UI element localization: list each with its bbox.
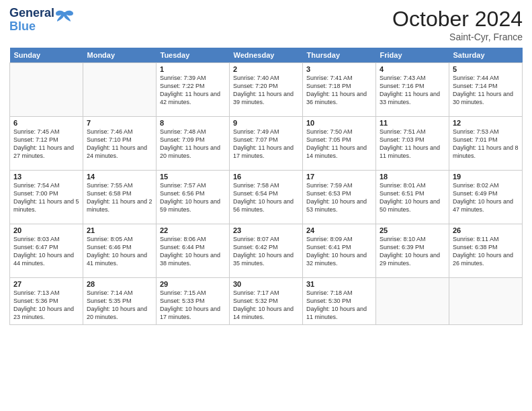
day-info: Sunrise: 8:01 AM Sunset: 6:51 PM Dayligh… (380, 181, 445, 214)
day-info: Sunrise: 7:18 AM Sunset: 5:30 PM Dayligh… (306, 289, 372, 322)
day-number: 2 (233, 65, 299, 73)
day-info: Sunrise: 7:45 AM Sunset: 7:12 PM Dayligh… (13, 128, 79, 161)
logo-bird-icon (56, 9, 75, 24)
day-number: 29 (160, 280, 226, 288)
day-number: 18 (380, 173, 445, 181)
calendar-cell: 23Sunrise: 8:07 AM Sunset: 6:42 PM Dayli… (230, 224, 303, 278)
day-number: 14 (87, 173, 152, 181)
day-info: Sunrise: 7:14 AM Sunset: 5:35 PM Dayligh… (87, 289, 152, 322)
calendar-page: General Blue October 2024 Saint-Cyr, Fra… (0, 0, 532, 411)
calendar-cell: 26Sunrise: 8:11 AM Sunset: 6:38 PM Dayli… (449, 224, 523, 278)
day-info: Sunrise: 7:15 AM Sunset: 5:33 PM Dayligh… (160, 289, 226, 322)
calendar-cell (10, 63, 83, 117)
week-row-2: 6Sunrise: 7:45 AM Sunset: 7:12 PM Daylig… (10, 117, 523, 171)
day-info: Sunrise: 7:54 AM Sunset: 7:00 PM Dayligh… (13, 181, 79, 214)
calendar-cell: 29Sunrise: 7:15 AM Sunset: 5:33 PM Dayli… (157, 278, 230, 325)
day-number: 1 (160, 65, 226, 73)
day-number: 7 (87, 119, 152, 127)
day-number: 15 (160, 173, 226, 181)
day-number: 3 (306, 65, 372, 73)
day-number: 24 (306, 226, 372, 234)
month-title: October 2024 (392, 7, 523, 32)
logo-general: General (9, 6, 54, 19)
calendar-cell: 30Sunrise: 7:17 AM Sunset: 5:32 PM Dayli… (230, 278, 303, 325)
calendar-table: SundayMondayTuesdayWednesdayThursdayFrid… (9, 48, 523, 325)
calendar-cell: 8Sunrise: 7:48 AM Sunset: 7:09 PM Daylig… (157, 117, 230, 171)
day-info: Sunrise: 7:51 AM Sunset: 7:03 PM Dayligh… (380, 128, 445, 161)
day-number: 8 (160, 119, 226, 127)
day-number: 5 (453, 65, 519, 73)
day-info: Sunrise: 8:06 AM Sunset: 6:44 PM Dayligh… (160, 235, 226, 268)
day-info: Sunrise: 7:59 AM Sunset: 6:53 PM Dayligh… (306, 181, 372, 214)
logo-text: General Blue (9, 7, 54, 34)
day-number: 4 (380, 65, 445, 73)
day-info: Sunrise: 7:40 AM Sunset: 7:20 PM Dayligh… (233, 74, 299, 107)
day-number: 6 (13, 119, 79, 127)
calendar-cell (376, 278, 449, 325)
calendar-cell: 28Sunrise: 7:14 AM Sunset: 5:35 PM Dayli… (83, 278, 157, 325)
day-info: Sunrise: 7:39 AM Sunset: 7:22 PM Dayligh… (160, 74, 226, 107)
calendar-cell: 16Sunrise: 7:58 AM Sunset: 6:54 PM Dayli… (230, 171, 303, 224)
week-row-3: 13Sunrise: 7:54 AM Sunset: 7:00 PM Dayli… (10, 171, 523, 224)
day-info: Sunrise: 7:55 AM Sunset: 6:58 PM Dayligh… (87, 181, 152, 214)
calendar-cell: 5Sunrise: 7:44 AM Sunset: 7:14 PM Daylig… (449, 63, 523, 117)
calendar-cell: 15Sunrise: 7:57 AM Sunset: 6:56 PM Dayli… (157, 171, 230, 224)
day-info: Sunrise: 7:50 AM Sunset: 7:05 PM Dayligh… (306, 128, 372, 161)
calendar-cell: 4Sunrise: 7:43 AM Sunset: 7:16 PM Daylig… (376, 63, 449, 117)
calendar-cell (83, 63, 157, 117)
calendar-cell: 11Sunrise: 7:51 AM Sunset: 7:03 PM Dayli… (376, 117, 449, 171)
day-number: 10 (306, 119, 372, 127)
week-row-1: 1Sunrise: 7:39 AM Sunset: 7:22 PM Daylig… (10, 63, 523, 117)
calendar-cell: 22Sunrise: 8:06 AM Sunset: 6:44 PM Dayli… (157, 224, 230, 278)
calendar-cell: 27Sunrise: 7:13 AM Sunset: 5:36 PM Dayli… (10, 278, 83, 325)
calendar-cell: 20Sunrise: 8:03 AM Sunset: 6:47 PM Dayli… (10, 224, 83, 278)
calendar-cell: 21Sunrise: 8:05 AM Sunset: 6:46 PM Dayli… (83, 224, 157, 278)
day-number: 28 (87, 280, 152, 288)
day-number: 20 (13, 226, 79, 234)
calendar-cell: 24Sunrise: 8:09 AM Sunset: 6:41 PM Dayli… (303, 224, 376, 278)
day-number: 27 (13, 280, 79, 288)
day-info: Sunrise: 7:46 AM Sunset: 7:10 PM Dayligh… (87, 128, 152, 161)
weekday-header-row: SundayMondayTuesdayWednesdayThursdayFrid… (10, 48, 523, 63)
day-info: Sunrise: 8:09 AM Sunset: 6:41 PM Dayligh… (306, 235, 372, 268)
calendar-cell: 17Sunrise: 7:59 AM Sunset: 6:53 PM Dayli… (303, 171, 376, 224)
calendar-cell: 3Sunrise: 7:41 AM Sunset: 7:18 PM Daylig… (303, 63, 376, 117)
day-info: Sunrise: 7:48 AM Sunset: 7:09 PM Dayligh… (160, 128, 226, 161)
day-number: 9 (233, 119, 299, 127)
day-number: 31 (306, 280, 372, 288)
day-info: Sunrise: 7:44 AM Sunset: 7:14 PM Dayligh… (453, 74, 519, 107)
weekday-header-tuesday: Tuesday (157, 48, 230, 63)
day-info: Sunrise: 7:13 AM Sunset: 5:36 PM Dayligh… (13, 289, 79, 322)
calendar-cell: 12Sunrise: 7:53 AM Sunset: 7:01 PM Dayli… (449, 117, 523, 171)
day-number: 21 (87, 226, 152, 234)
weekday-header-wednesday: Wednesday (230, 48, 303, 63)
calendar-cell: 2Sunrise: 7:40 AM Sunset: 7:20 PM Daylig… (230, 63, 303, 117)
calendar-cell: 18Sunrise: 8:01 AM Sunset: 6:51 PM Dayli… (376, 171, 449, 224)
day-info: Sunrise: 8:07 AM Sunset: 6:42 PM Dayligh… (233, 235, 299, 268)
day-number: 25 (380, 226, 445, 234)
calendar-cell: 14Sunrise: 7:55 AM Sunset: 6:58 PM Dayli… (83, 171, 157, 224)
weekday-header-saturday: Saturday (449, 48, 523, 63)
day-info: Sunrise: 8:11 AM Sunset: 6:38 PM Dayligh… (453, 235, 519, 268)
logo: General Blue (9, 7, 75, 34)
day-info: Sunrise: 8:03 AM Sunset: 6:47 PM Dayligh… (13, 235, 79, 268)
day-info: Sunrise: 8:05 AM Sunset: 6:46 PM Dayligh… (87, 235, 152, 268)
calendar-cell (449, 278, 523, 325)
day-info: Sunrise: 7:17 AM Sunset: 5:32 PM Dayligh… (233, 289, 299, 322)
logo-blue: Blue (9, 19, 36, 33)
weekday-header-sunday: Sunday (10, 48, 83, 63)
day-number: 13 (13, 173, 79, 181)
title-area: October 2024 Saint-Cyr, France (392, 7, 523, 42)
weekday-header-friday: Friday (376, 48, 449, 63)
day-number: 12 (453, 119, 519, 127)
calendar-cell: 25Sunrise: 8:10 AM Sunset: 6:39 PM Dayli… (376, 224, 449, 278)
day-number: 22 (160, 226, 226, 234)
calendar-cell: 7Sunrise: 7:46 AM Sunset: 7:10 PM Daylig… (83, 117, 157, 171)
weekday-header-monday: Monday (83, 48, 157, 63)
calendar-cell: 31Sunrise: 7:18 AM Sunset: 5:30 PM Dayli… (303, 278, 376, 325)
day-info: Sunrise: 7:43 AM Sunset: 7:16 PM Dayligh… (380, 74, 445, 107)
day-info: Sunrise: 7:58 AM Sunset: 6:54 PM Dayligh… (233, 181, 299, 214)
calendar-cell: 1Sunrise: 7:39 AM Sunset: 7:22 PM Daylig… (157, 63, 230, 117)
header: General Blue October 2024 Saint-Cyr, Fra… (9, 7, 523, 42)
week-row-4: 20Sunrise: 8:03 AM Sunset: 6:47 PM Dayli… (10, 224, 523, 278)
